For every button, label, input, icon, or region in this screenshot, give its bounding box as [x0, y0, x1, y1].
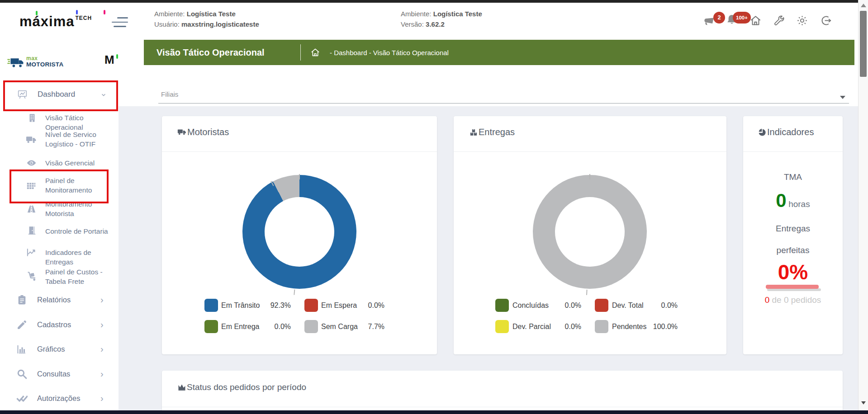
sidebar-group-label: Relatórios [37, 295, 71, 305]
mini-logo-m: M [104, 53, 114, 66]
legend-label: Em Entrega [221, 320, 259, 333]
building-icon [27, 113, 37, 123]
sidebar-item-visao-tatico-operacional[interactable]: Visão Tático Operacional [0, 111, 119, 125]
annotation-box-painel-monitoramento [9, 169, 109, 203]
legend-swatch-pendentes [595, 320, 608, 333]
legend-swatch-dev-total [595, 299, 608, 312]
sidebar-item-controle-portaria[interactable]: Controle de Portaria [0, 224, 119, 238]
legend-value: 0.0% [259, 320, 291, 333]
scrollbar-up-arrow[interactable] [861, 4, 866, 7]
sidebar-item-label: Visão Gerencial [45, 158, 95, 168]
pedidos-text: de 0 pedidos [769, 295, 821, 305]
tma-label: TMA [743, 172, 843, 182]
scrollbar-thumb[interactable] [860, 11, 867, 77]
status-card-divider [162, 407, 843, 407]
sidebar-group-autorizacoes[interactable]: Autorizações › [0, 392, 119, 405]
sidebar-group-label: Consultas [37, 369, 70, 379]
sidebar-group-graficos[interactable]: Gráficos › [0, 343, 119, 356]
legend-value: 7.7% [344, 320, 384, 333]
legend-swatch-dev-parcial [495, 320, 509, 333]
legend-value: 0.0% [344, 299, 384, 312]
sidebar-group-label: Gráficos [37, 344, 65, 354]
wrench-icon[interactable] [773, 14, 785, 27]
truck-icon [26, 134, 37, 146]
ambiente-value-2: Logística Teste [433, 10, 482, 18]
sidebar-group-relatorios[interactable]: Relatórios › [0, 293, 119, 307]
bar-chart-icon [16, 344, 27, 355]
sidebar-item-label: Painel de Custos - Tabela Frete [45, 267, 104, 286]
env-user-info: Ambiente: Logística Teste Usuário: maxst… [154, 9, 259, 29]
breadcrumb: - Dashboard - Visão Tático Operacional [330, 49, 449, 56]
annotation-box-dashboard [3, 80, 118, 111]
chevron-right-icon: › [100, 296, 104, 303]
sidebar-item-label: Indicadores de Entregas [45, 248, 119, 267]
motoristas-donut-chart[interactable] [242, 175, 356, 289]
sidebar-group-label: Autorizações [37, 394, 80, 403]
entregas-card: Entregas Concluídas 0.0% Dev. Total 0.0%… [454, 116, 726, 354]
hand-truck-icon [26, 271, 37, 282]
motoristas-card: Motoristas Em Trânsito 92.3% Em Espera 0… [162, 116, 437, 354]
titlebar-divider [300, 44, 301, 61]
double-check-icon [16, 393, 28, 404]
menu-toggle-icon[interactable] [112, 17, 128, 30]
breadcrumb-home-icon[interactable] [310, 47, 320, 57]
legend-value: 92.3% [259, 299, 291, 312]
scrollbar-down-arrow[interactable] [861, 401, 866, 405]
filiais-select-underline[interactable] [158, 103, 849, 104]
page-scrollbar[interactable] [858, 0, 868, 414]
usuario-label: Usuário: [154, 20, 180, 28]
legend-value: 100.0% [637, 320, 678, 333]
top-header: máximaTECH Ambiente: Logística Teste Usu… [0, 3, 858, 34]
status-pedidos-card: Status dos pedidos por período [162, 371, 843, 410]
bell-badge[interactable]: 100+ [733, 12, 751, 24]
legend-value: 0.0% [637, 299, 678, 312]
entregas-perfeitas-line2: perfeitas [743, 245, 843, 255]
megaphone-badge[interactable]: 2 [713, 12, 725, 24]
card-title-text: Entregas [479, 127, 515, 137]
clipboard-icon [16, 294, 28, 306]
legend-swatch-em-espera [304, 299, 318, 312]
sidebar-item-indicadores-entregas[interactable]: Indicadores de Entregas [0, 245, 119, 259]
pedidos-count: 0 [765, 295, 770, 305]
road-icon [26, 204, 37, 214]
maxima-tech-logo: máximaTECH [19, 14, 92, 32]
page-title-bar: Visão Tático Operacional - Dashboard - V… [144, 40, 854, 65]
entregas-perfeitas-percent: 0% [743, 260, 843, 284]
legend-value: 0.0% [550, 320, 581, 333]
sidebar-item-nivel-servico-otif[interactable]: Nível de Servico Logístico - OTIF [0, 130, 119, 150]
app-window: máximaTECH Ambiente: Logística Teste Usu… [0, 0, 868, 414]
card-title-text: Status dos pedidos por período [187, 382, 306, 392]
card-title-text: Indicadores [767, 127, 814, 137]
sidebar-item-painel-custos[interactable]: Painel de Custos - Tabela Frete [0, 267, 119, 287]
legend-swatch-em-transito [204, 299, 218, 312]
sidebar-group-cadastros[interactable]: Cadastros › [0, 318, 119, 332]
page-title: Visão Tático Operacional [157, 47, 265, 58]
ambiente-label: Ambiente: [154, 10, 185, 18]
legend-swatch-sem-carga [304, 320, 318, 333]
area-chart-icon [177, 383, 186, 392]
brand-motorista: MOTORISTA [26, 61, 63, 67]
indicadores-card-title: Indicadores [758, 127, 814, 137]
percent-bar [766, 285, 819, 289]
search-icon [16, 368, 28, 380]
brand-name: máxima [19, 14, 74, 29]
legend-swatch-em-entrega [204, 320, 218, 333]
ambiente-label-2: Ambiente: [401, 10, 432, 18]
mini-logo: M [104, 53, 114, 67]
chevron-right-icon: › [100, 371, 104, 377]
entregas-perfeitas-line1: Entregas [743, 224, 843, 234]
sidebar-item-label: Controle de Portaria [45, 226, 108, 236]
tma-value-row: 0 horas [743, 190, 843, 212]
sidebar-group-consultas[interactable]: Consultas › [0, 367, 119, 381]
versao-value: 3.62.2 [426, 20, 445, 28]
filiais-dropdown-caret-icon[interactable] [840, 96, 845, 99]
logout-icon[interactable] [820, 14, 832, 27]
sidebar-item-visao-gerencial[interactable]: Visão Gerencial [0, 156, 119, 169]
pie-chart-icon [758, 128, 767, 137]
entregas-donut-chart[interactable] [533, 175, 647, 289]
motoristas-card-title: Motoristas [177, 127, 229, 137]
filiais-select-label: Filiais [161, 90, 178, 98]
gear-icon[interactable] [796, 14, 808, 27]
home-icon[interactable] [749, 14, 762, 27]
chevron-right-icon: › [100, 395, 104, 401]
